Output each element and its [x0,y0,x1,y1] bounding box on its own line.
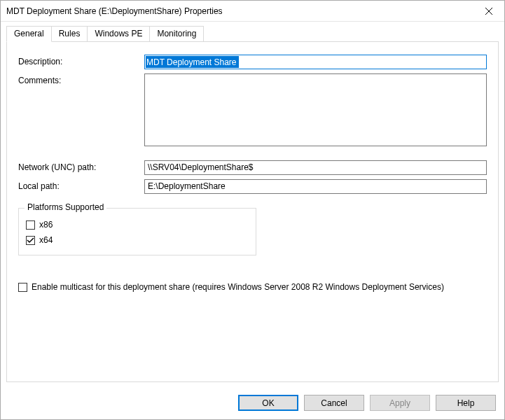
row-local: Local path: E:\DeploymentShare [18,179,487,194]
tab-rules[interactable]: Rules [52,26,88,42]
label-multicast: Enable multicast for this deployment sha… [32,282,444,292]
platforms-fieldset: Platforms Supported x86 x64 [18,208,256,255]
row-description: Description: MDT Deployment Share [18,55,487,69]
titlebar: MDT Deployment Share (E:\DeploymentShare… [1,1,504,22]
tabpanel-general: Description: MDT Deployment Share Commen… [6,41,499,382]
properties-window: MDT Deployment Share (E:\DeploymentShare… [0,0,505,420]
button-row: OK Cancel Apply Help [1,388,504,419]
tab-general[interactable]: General [6,26,52,42]
comments-textarea[interactable] [144,74,487,146]
tab-windows-pe[interactable]: Windows PE [88,26,150,42]
row-x86: x86 [26,220,249,230]
label-description: Description: [18,55,144,66]
label-x86: x86 [39,220,53,230]
checkbox-x86[interactable] [26,220,35,230]
ok-button[interactable]: OK [238,395,298,411]
unc-input[interactable]: \\SRV04\DeploymentShare$ [144,160,487,175]
row-unc: Network (UNC) path: \\SRV04\DeploymentSh… [18,160,487,175]
close-icon [485,8,492,15]
row-comments: Comments: [18,74,487,146]
local-input[interactable]: E:\DeploymentShare [144,179,487,194]
platforms-legend: Platforms Supported [25,202,106,212]
apply-button[interactable]: Apply [370,395,430,411]
label-local: Local path: [18,179,144,191]
content-area: General Rules Windows PE Monitoring Desc… [1,22,504,388]
window-title: MDT Deployment Share (E:\DeploymentShare… [6,6,473,16]
close-button[interactable] [473,1,504,21]
checkbox-multicast[interactable] [18,283,27,292]
cancel-button[interactable]: Cancel [304,395,364,411]
tab-monitoring[interactable]: Monitoring [150,26,204,42]
tabstrip: General Rules Windows PE Monitoring [6,26,499,42]
label-unc: Network (UNC) path: [18,160,144,172]
row-x64: x64 [26,235,249,245]
checkbox-x64[interactable] [26,236,35,245]
description-input[interactable]: MDT Deployment Share [144,55,487,69]
check-icon [27,237,34,244]
help-button[interactable]: Help [436,395,496,411]
description-value: MDT Deployment Share [146,56,239,68]
row-multicast: Enable multicast for this deployment sha… [18,282,487,292]
label-comments: Comments: [18,74,144,85]
label-x64: x64 [39,235,53,245]
